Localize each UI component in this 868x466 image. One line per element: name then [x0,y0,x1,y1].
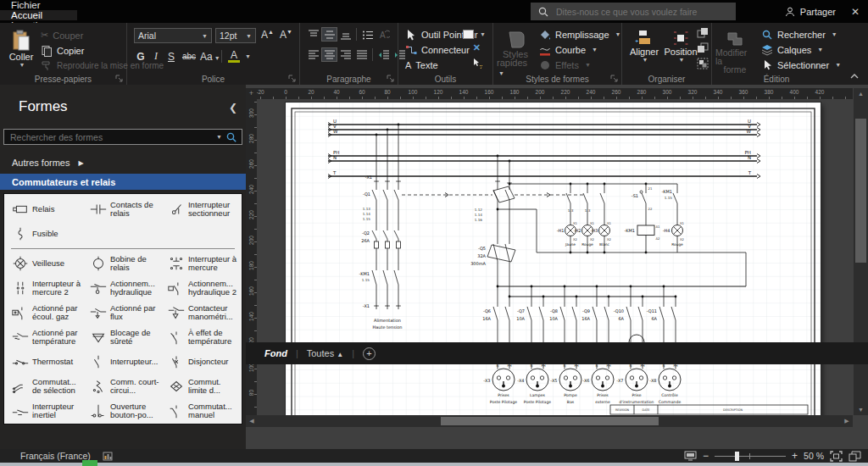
tab-fichier[interactable]: Fichier [0,0,77,10]
shape-item-disconnect-switch[interactable]: Interrupteur sectionneur [162,201,240,218]
font-color-button[interactable]: A [226,51,242,63]
proofing-icon[interactable] [103,452,113,461]
shape-item-relay[interactable]: Relais [6,201,84,218]
shape-item-gas-flow-actuated[interactable]: Actionné par écoul. gaz [6,304,84,321]
shape-item-pilot-lamp[interactable]: Veilleuse [6,255,84,272]
align-middle-button[interactable] [321,27,337,42]
connector-tool-button[interactable]: Connecteur [405,42,470,57]
text-tool-button[interactable]: A Texte [405,58,438,72]
grow-font-button[interactable]: A▲ [261,29,274,41]
zoom-in-button[interactable]: + [792,450,798,462]
scroll-right-icon[interactable]: ▶ [841,415,853,427]
all-pages-button[interactable]: Toutes ▲ [307,348,343,358]
italic-button[interactable]: I [149,50,163,63]
shape-item-hydraulic-actuator[interactable]: Actionnem... hydraulique [84,280,162,297]
shape-swatch-button[interactable]: ▼ [463,27,486,42]
strikethrough-button[interactable]: abc [180,52,198,61]
switch-windows-icon[interactable] [849,451,861,462]
change-shape-button[interactable]: Modifier la forme [715,26,754,75]
page-tab-fond[interactable]: Fond [264,348,287,358]
align-right-button[interactable] [337,47,353,62]
layers-button[interactable]: Calques▼ [761,42,823,57]
shape-item-switch[interactable]: Interrupteur... [84,353,162,370]
align-top-button[interactable] [305,27,321,42]
align-center-button[interactable] [321,47,337,62]
presentation-mode-icon[interactable] [684,451,697,461]
shape-item-hydraulic-actuator-2[interactable]: Actionnem... hydraulique 2 [162,280,240,297]
language-status[interactable]: Français (France) [20,451,91,461]
shape-item-pushbutton-open[interactable]: Ouverture bouton-po... [84,402,162,419]
line-button[interactable]: Courbe▼ [539,42,598,57]
quick-styles-button[interactable]: Styles rapides ▼ [497,26,534,78]
vertical-scroll-thumb[interactable] [855,119,866,263]
share-button[interactable]: Partager [777,0,843,23]
shape-item-fuse[interactable]: Fusible [6,225,84,242]
close-button[interactable]: ✕ [843,0,868,23]
zoom-slider[interactable] [715,451,786,461]
search-icon[interactable] [225,131,237,143]
bullets-button[interactable] [359,27,376,42]
stencil-commutateurs-et-relais[interactable]: Commutateurs et relais [0,174,246,190]
shape-item-limit-switch[interactable]: Commut. limite d... [162,378,240,395]
dialog-launcher-icon[interactable] [610,75,619,83]
copy-button[interactable]: Copier [41,43,84,58]
shape-item-manual-switch[interactable]: Commutat... manuel [162,402,240,419]
shape-item-temperature-actuated[interactable]: Actionné par température [6,329,84,346]
zoom-out-button[interactable]: − [703,450,709,462]
dialog-launcher-icon[interactable] [387,75,395,83]
text-direction-button[interactable]: A [376,27,392,42]
shape-item-inertia-switch[interactable]: Interrupteur inertiel [6,402,84,419]
tab-accueil[interactable]: Accueil [0,10,77,20]
shape-item-mercury-switch-2[interactable]: Interrupteur à mercure 2 [6,280,84,297]
group-shapes-button[interactable] [697,58,709,73]
font-family-select[interactable]: Arial▼ [134,28,212,43]
shape-item-safety-interlock[interactable]: Blocage de sûreté [84,329,162,346]
horizontal-scroll-thumb[interactable] [441,417,659,425]
dialog-launcher-icon[interactable] [115,75,124,83]
zoom-slider-thumb[interactable] [735,452,739,461]
more-shapes-button[interactable]: Autres formes▶ [0,158,246,168]
shape-item-thermal-effect[interactable]: À effet de température [162,329,240,346]
horizontal-scrollbar[interactable]: ◀ ▶ [246,415,853,427]
drawing-page[interactable]: UUVVWWPHPHNNTT-X1-Q11.131.141.15-Q226A-K… [286,103,821,415]
align-button[interactable]: Aligner ▼ [627,26,661,63]
tell-me-box[interactable] [531,3,736,20]
vertical-scrollbar[interactable]: ▲ ▼ [854,88,868,415]
add-page-button[interactable]: + [363,347,376,360]
shape-search-box[interactable]: ▼ [3,129,242,145]
shape-item-thermostat[interactable]: Thermostat [6,353,84,370]
align-left-button[interactable] [305,47,321,62]
shape-item-mercury-switch[interactable]: Interrupteur à mercure [162,255,240,272]
multiselect-icon[interactable]: ✕ [473,42,481,53]
zoom-level[interactable]: 50 % [804,451,824,461]
scroll-up-icon[interactable]: ▲ [854,88,868,99]
shape-item-circuit-breaker[interactable]: Disjoncteur [162,353,240,370]
find-button[interactable]: Rechercher▼ [761,27,837,42]
change-case-button[interactable]: Aa▼ [200,51,217,63]
shape-item-relay-contacts[interactable]: Contacts de relais [84,201,162,218]
tell-me-input[interactable] [554,6,729,18]
cut-button[interactable]: ✂Couper [41,28,83,42]
shape-item-selector-switch[interactable]: Commutat... de sélection [6,378,84,395]
justify-button[interactable] [353,47,370,62]
select-button[interactable]: Sélectionner▼ [761,58,841,72]
electrical-schematic[interactable]: UUVVWWPHPHNNTT-X1-Q11.131.141.15-Q226A-K… [286,103,821,415]
decrease-indent-button[interactable] [376,47,392,62]
fill-button[interactable]: Remplissage▼ [539,27,621,42]
collapse-ribbon-icon[interactable] [849,73,860,80]
font-size-select[interactable]: 12pt▼ [215,28,256,43]
paste-button[interactable]: Coller ▼ [5,26,37,68]
shape-item-flow-actuated[interactable]: Actionné par flux [84,304,162,321]
shape-item-relay-coil[interactable]: Bobine de relais [84,255,162,272]
dialog-launcher-icon[interactable] [288,75,297,83]
lasso-select-button[interactable] [472,58,484,73]
shape-item-pressure-contactor[interactable]: Contacteur manométri... [162,304,240,321]
collapse-panel-icon[interactable]: ❮ [229,102,237,114]
fit-page-icon[interactable] [830,451,843,462]
shape-search-input[interactable] [8,131,211,143]
bring-to-front-button[interactable] [697,27,709,42]
effects-button[interactable]: Effets▼ [539,58,591,72]
scroll-left-icon[interactable]: ◀ [246,415,258,427]
send-to-back-button[interactable] [697,42,709,58]
align-bottom-button[interactable] [337,27,353,42]
